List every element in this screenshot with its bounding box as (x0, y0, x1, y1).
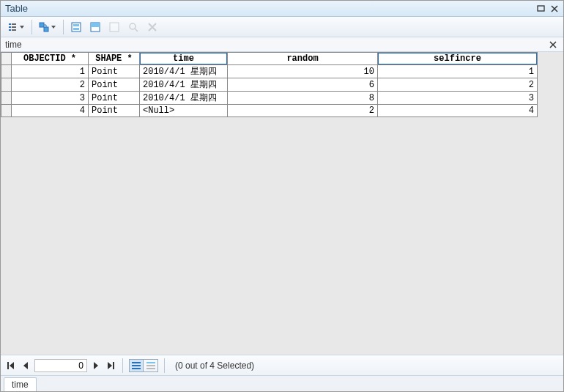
cell-time[interactable]: 2010/4/1 星期四 (140, 92, 228, 105)
column-header-shape[interactable]: SHAPE * (89, 53, 140, 65)
cell-shape[interactable]: Point (89, 92, 140, 105)
svg-rect-1 (9, 23, 11, 25)
svg-rect-4 (12, 26, 16, 28)
attribute-table[interactable]: OBJECTID * SHAPE * time random selfincre… (1, 52, 538, 117)
svg-rect-24 (132, 368, 141, 369)
svg-rect-22 (132, 362, 141, 363)
cell-selfincre[interactable]: 4 (378, 105, 538, 117)
row-selector[interactable] (1, 78, 12, 92)
cell-shape[interactable]: Point (89, 65, 140, 78)
svg-rect-9 (72, 23, 81, 32)
restore-button[interactable] (535, 4, 547, 14)
svg-rect-2 (12, 23, 16, 25)
delete-selected-button[interactable] (144, 19, 160, 35)
row-selector-header[interactable] (1, 53, 12, 65)
table-name-label: time (5, 40, 547, 50)
toolbar (1, 17, 563, 37)
last-icon (107, 362, 114, 369)
svg-marker-17 (10, 362, 14, 369)
next-record-button[interactable] (90, 359, 102, 372)
show-selected-records-button[interactable] (144, 359, 158, 372)
cell-time[interactable]: 2010/4/1 星期四 (140, 65, 228, 78)
toolbar-separator (31, 20, 32, 34)
cell-selfincre[interactable]: 2 (378, 78, 538, 92)
column-header-objectid[interactable]: OBJECTID * (12, 53, 89, 65)
column-header-selfincre[interactable]: selfincre (378, 53, 538, 65)
svg-marker-20 (108, 362, 112, 369)
table-tab[interactable]: time (4, 377, 37, 391)
show-all-records-button[interactable] (129, 359, 144, 372)
close-icon (549, 41, 557, 48)
cell-shape[interactable]: Point (89, 78, 140, 92)
cell-selfincre[interactable]: 1 (378, 65, 538, 78)
close-table-button[interactable] (547, 39, 559, 51)
selection-status-text: (0 out of 4 Selected) (175, 360, 254, 371)
svg-rect-13 (91, 23, 100, 27)
table-row[interactable]: 1Point2010/4/1 星期四101 (1, 65, 538, 78)
svg-rect-14 (110, 23, 119, 32)
table-options-button[interactable] (5, 19, 27, 35)
row-selector[interactable] (1, 105, 12, 117)
grid-area[interactable]: OBJECTID * SHAPE * time random selfincre… (1, 52, 563, 355)
title-bar: Table (1, 1, 563, 17)
current-record-input[interactable] (34, 359, 87, 372)
zoom-selected-icon (128, 22, 138, 32)
cell-objectid[interactable]: 4 (12, 105, 89, 117)
svg-rect-27 (146, 368, 155, 369)
cell-objectid[interactable]: 1 (12, 65, 89, 78)
nav-separator (164, 358, 165, 373)
table-row[interactable]: 4Point<Null>24 (1, 105, 538, 117)
cell-random[interactable]: 10 (228, 65, 378, 78)
cell-random[interactable]: 2 (228, 105, 378, 117)
svg-rect-23 (132, 365, 141, 366)
first-record-button[interactable] (5, 359, 17, 372)
cell-shape[interactable]: Point (89, 105, 140, 117)
delete-icon (147, 22, 157, 32)
header-row: OBJECTID * SHAPE * time random selfincre (1, 53, 538, 65)
prev-icon (23, 362, 29, 369)
close-window-button[interactable] (549, 4, 560, 14)
svg-rect-3 (9, 26, 11, 28)
show-selected-icon (146, 361, 156, 370)
svg-rect-10 (73, 24, 79, 26)
prev-record-button[interactable] (20, 359, 31, 372)
cell-time[interactable]: 2010/4/1 星期四 (140, 78, 228, 92)
svg-rect-25 (146, 362, 155, 363)
row-selector[interactable] (1, 65, 12, 78)
svg-rect-8 (44, 27, 48, 32)
next-icon (93, 362, 99, 369)
related-tables-button[interactable] (37, 19, 59, 35)
nav-separator (122, 358, 123, 373)
switch-selection-icon (90, 22, 100, 32)
view-toggle-group (129, 359, 158, 372)
close-icon (551, 5, 558, 12)
select-by-attributes-button[interactable] (68, 19, 84, 35)
svg-rect-16 (7, 362, 9, 369)
window-title: Table (4, 3, 534, 14)
zoom-selected-button[interactable] (125, 19, 141, 35)
cell-selfincre[interactable]: 3 (378, 92, 538, 105)
cell-random[interactable]: 8 (228, 92, 378, 105)
row-selector[interactable] (1, 92, 12, 105)
table-row[interactable]: 2Point2010/4/1 星期四62 (1, 78, 538, 92)
svg-point-15 (130, 23, 136, 29)
cell-objectid[interactable]: 3 (12, 92, 89, 105)
last-record-button[interactable] (105, 359, 116, 372)
svg-rect-0 (538, 6, 544, 11)
column-header-time[interactable]: time (140, 53, 228, 65)
table-name-bar: time (1, 37, 563, 52)
clear-selection-button[interactable] (106, 19, 122, 35)
svg-rect-6 (12, 29, 16, 31)
list-icon (7, 22, 18, 32)
table-row[interactable]: 3Point2010/4/1 星期四83 (1, 92, 538, 105)
select-attr-icon (71, 22, 81, 32)
svg-marker-19 (94, 362, 98, 369)
show-all-icon (131, 361, 141, 370)
restore-icon (537, 5, 546, 12)
switch-selection-button[interactable] (87, 19, 103, 35)
column-header-random[interactable]: random (228, 53, 378, 65)
cell-time[interactable]: <Null> (140, 105, 228, 117)
cell-random[interactable]: 6 (228, 78, 378, 92)
cell-objectid[interactable]: 2 (12, 78, 89, 92)
table-tab-bar: time (1, 375, 563, 391)
